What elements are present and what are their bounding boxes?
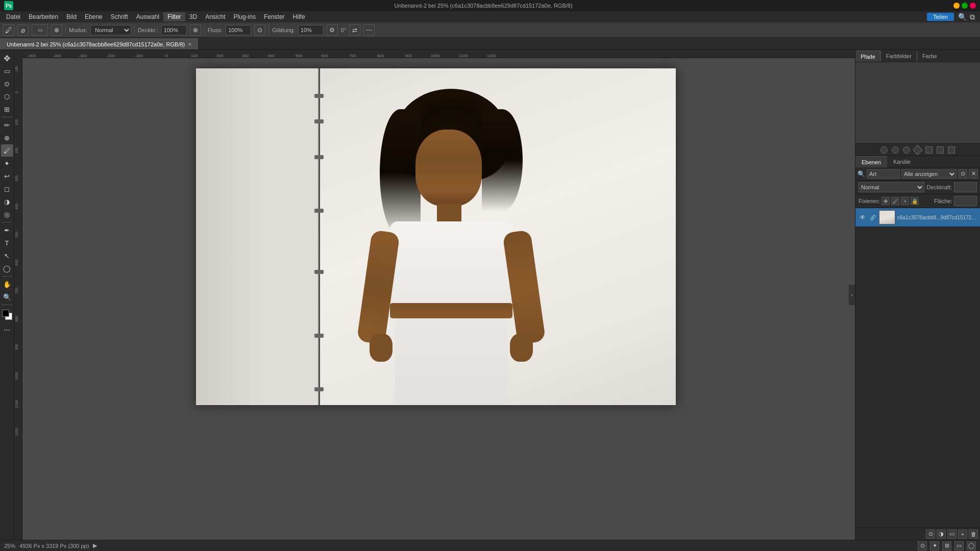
close-button[interactable] [970,3,976,9]
layers-panel: Ebenen Kanäle 🔍 Alle anzeigen Ausgewählt… [855,156,980,540]
person-hair-left [380,109,421,237]
path-select-tool[interactable]: ↖ [1,249,13,262]
search-icon[interactable]: 🔍 [958,13,967,21]
square-icon-2[interactable] [937,146,944,154]
menu-item-hilfe[interactable]: Hilfe [289,12,309,21]
extra-tools[interactable]: ⋯ [1,323,13,336]
lasso-tool[interactable]: ⊙ [1,78,13,90]
tab-ebenen[interactable]: Ebenen [855,156,887,167]
history-brush-tool[interactable]: ↩ [1,170,13,182]
brush-tool[interactable]: 🖊 [1,144,13,157]
layer-link-icon[interactable]: 🔗 [869,213,877,221]
add-mask-btn[interactable]: ⊙ [926,530,935,539]
hand-tool[interactable]: ✋ [1,278,13,290]
opacity-input[interactable] [161,25,187,35]
tab-pfade[interactable]: Pfade [855,51,881,62]
tool-preset-icon[interactable]: 🖊 [3,24,14,36]
menu-item-schrift[interactable]: Schrift [107,12,132,21]
color-swatch[interactable] [1,309,13,321]
person-hair-right [482,109,523,211]
quick-select-tool[interactable]: ⬡ [1,90,13,103]
adjustment-btn[interactable]: ◑ [937,530,946,539]
arrange-icon[interactable]: ⧉ [970,13,975,21]
mode-select[interactable]: Normal Multiplizieren Abwedeln [90,25,131,35]
timeline-icon[interactable]: ⊙ [918,541,927,550]
crop-tool[interactable]: ⊞ [1,103,13,115]
move-tool[interactable]: ✥ [1,52,13,64]
status-btn-1[interactable]: ✦ [930,541,939,550]
dodge-tool[interactable]: ◎ [1,208,13,220]
eraser-tool[interactable]: ◻ [1,183,13,195]
new-layer-btn[interactable]: + [958,530,967,539]
menu-item-fenster[interactable]: Fenster [260,12,289,21]
menu-item-bild[interactable]: Bild [62,12,81,21]
circle-icon-1[interactable] [880,146,888,154]
fix-lock-btn[interactable]: 🔒 [911,197,919,205]
maximize-button[interactable] [962,3,968,9]
brush-options-icon[interactable]: ⋯ [363,24,375,36]
status-btn-2[interactable]: ⊞ [942,541,951,550]
diamond-icon[interactable] [913,145,923,155]
tab-farbfelder[interactable]: Farbfelder [881,51,917,62]
group-btn[interactable]: ▭ [947,530,957,539]
menu-item-ebene[interactable]: Ebene [81,12,107,21]
document-tab[interactable]: Unbenannt-2 bei 25% (c6a1c3078acbb8ee629… [0,38,198,49]
layer-filter-select[interactable]: Alle anzeigen Ausgewählt [901,169,957,179]
layer-opacity-input[interactable]: 100% [954,182,977,192]
layer-item[interactable]: 👁 🔗 c6a1c3078acbb8...9d87cd15172a0e [855,208,980,227]
pfade-icons-row [855,144,980,156]
fix-paint-btn[interactable]: 🖊 [891,197,899,205]
menu-item-auswahl[interactable]: Auswahl [132,12,163,21]
shape-tool[interactable]: ◯ [1,262,13,274]
eyedropper-tool[interactable]: ✏ [1,119,13,131]
pen-tool[interactable]: ✒ [1,224,13,236]
stamp-tool[interactable]: ✦ [1,157,13,169]
zoom-tool[interactable]: 🔍 [1,291,13,303]
status-btn-4[interactable]: ◯ [967,541,976,550]
select-tool[interactable]: ▭ [1,65,13,77]
fix-position-btn[interactable]: ✥ [881,197,890,205]
circle-icon-2[interactable] [892,146,899,154]
svg-text:-300: -300 [79,54,87,58]
square-icon-1[interactable] [925,146,933,154]
smooth-icon[interactable]: ⚙ [327,24,338,36]
svg-text:1200: 1200 [487,54,496,58]
symmetry-icon[interactable]: ⇄ [349,24,360,36]
brush-size-icon[interactable]: ▭ [32,24,48,36]
menu-item-ansicht[interactable]: Ansicht [201,12,229,21]
menu-item-filter[interactable]: Filter [163,12,185,21]
heal-tool[interactable]: ⊕ [1,132,13,144]
rod-clamp-3 [314,155,324,159]
status-arrow-right[interactable]: ▶ [93,542,97,549]
filter-close[interactable]: ✕ [969,169,978,179]
menu-item-plugins[interactable]: Plug-ins [230,12,260,21]
pfade-content [855,62,980,144]
tab-kanaele[interactable]: Kanäle [887,156,917,167]
menu-item-bearbeiten[interactable]: Bearbeiten [24,12,62,21]
share-button[interactable]: Teilen [927,13,954,21]
airbrush-icon[interactable]: ⊙ [254,24,265,36]
panel-collapse-btn[interactable]: ‹ [849,285,855,305]
layer-visibility-toggle[interactable]: 👁 [859,213,867,221]
tab-close-button[interactable]: × [188,41,191,48]
fix-art-btn[interactable]: + [901,197,909,205]
layer-mode-select[interactable]: Normal Multiplizieren [859,182,924,192]
toggle-btn[interactable]: ⊕ [51,24,62,36]
delete-layer-btn[interactable]: 🗑 [969,530,978,539]
circle-icon-3[interactable] [903,146,910,154]
menu-item-datei[interactable]: Datei [2,12,24,21]
layer-search-input[interactable] [867,169,900,179]
type-tool[interactable]: T [1,237,13,249]
smooth-input[interactable] [298,25,324,35]
minimize-button[interactable] [953,3,960,9]
tab-farbe[interactable]: Farbe [917,51,942,62]
square-icon-3[interactable] [948,146,955,154]
fill-input[interactable]: 100% [954,196,977,206]
gradient-tool[interactable]: ◑ [1,195,13,208]
brush-icon[interactable]: ⌀ [17,24,29,36]
flow-input[interactable] [226,25,251,35]
opacity-icon[interactable]: ⊕ [190,24,201,36]
filter-toggle[interactable]: ⊙ [958,169,967,179]
status-btn-3[interactable]: ▭ [954,541,964,550]
menu-item-3d[interactable]: 3D [185,12,201,21]
